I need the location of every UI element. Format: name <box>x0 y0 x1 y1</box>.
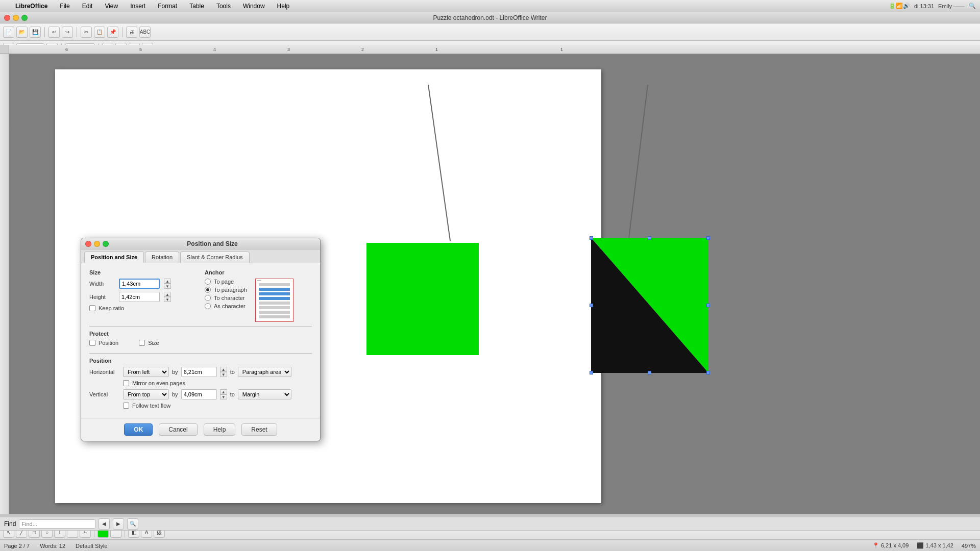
minimize-window-button[interactable] <box>13 15 19 21</box>
window-title: Puzzle octahedron.odt - LibreOffice Writ… <box>433 14 547 21</box>
menu-bar-search-icon[interactable]: 🔍 <box>969 3 976 9</box>
menu-insert[interactable]: Insert <box>127 2 149 11</box>
anchor-to-character-radio[interactable] <box>205 295 211 301</box>
horizontal-by-input[interactable] <box>181 367 217 377</box>
undo-button[interactable]: ↩ <box>48 27 60 38</box>
anchor-to-paragraph-radio[interactable] <box>205 287 211 293</box>
menu-view[interactable]: View <box>102 2 121 11</box>
find-next-button[interactable]: ▶ <box>113 518 124 530</box>
protect-position-checkbox[interactable] <box>89 340 95 346</box>
top-two-col: Size Width ▲ ▼ Height <box>89 269 312 322</box>
selection-handle-mr[interactable] <box>706 304 710 307</box>
new-button[interactable]: 📄 <box>3 27 14 38</box>
menu-format[interactable]: Format <box>155 2 180 11</box>
paste-button[interactable]: 📌 <box>107 27 118 38</box>
follow-text-checkbox[interactable] <box>123 403 129 409</box>
selection-handle-bl[interactable] <box>590 371 593 374</box>
width-down-button[interactable]: ▼ <box>164 284 171 289</box>
redo-button[interactable]: ↪ <box>62 27 73 38</box>
copy-button[interactable]: 📋 <box>94 27 105 38</box>
anchor-line-6 <box>259 306 290 309</box>
height-row: Height ▲ ▼ <box>89 292 197 302</box>
save-button[interactable]: 💾 <box>30 27 41 38</box>
selection-handle-tl[interactable] <box>590 236 593 240</box>
dialog-close-button[interactable] <box>85 241 91 247</box>
dialog-maximize-button[interactable] <box>103 241 109 247</box>
horizontal-to-select[interactable]: Paragraph area <box>238 367 291 377</box>
horizontal-spinner[interactable]: ▲ ▼ <box>220 367 227 377</box>
menu-libreoffice[interactable]: LibreOffice <box>12 2 51 11</box>
vertical-by-label: by <box>172 391 178 397</box>
mirror-checkbox[interactable] <box>123 380 129 386</box>
vertical-from-select[interactable]: From top <box>123 389 169 399</box>
help-button[interactable]: Help <box>204 423 236 436</box>
spellcheck-button[interactable]: ABC <box>139 27 151 38</box>
find-prev-button[interactable]: ◀ <box>99 518 110 530</box>
vertical-down-button[interactable]: ▼ <box>220 394 227 399</box>
canvas-area[interactable]: Position and Size Position and Size Rota… <box>9 54 980 514</box>
menu-help[interactable]: Help <box>274 2 293 11</box>
horizontal-from-select[interactable]: From left <box>123 367 169 377</box>
height-spinner[interactable]: ▲ ▼ <box>164 292 171 302</box>
position-section-label: Position <box>89 358 312 364</box>
ruler-horizontal: 6 5 4 3 2 1 1 <box>9 45 980 54</box>
anchor-line-4 <box>259 297 290 300</box>
menu-file[interactable]: File <box>57 2 72 11</box>
reset-button[interactable]: Reset <box>241 423 277 436</box>
menu-tools[interactable]: Tools <box>213 2 234 11</box>
tab-position-size[interactable]: Position and Size <box>84 252 144 263</box>
ruler-tick-5: 5 <box>139 47 142 52</box>
protect-size-label: Size <box>148 340 159 346</box>
tab-rotation[interactable]: Rotation <box>145 252 179 263</box>
ok-button[interactable]: OK <box>124 423 153 436</box>
vertical-to-select[interactable]: Margin <box>238 389 291 399</box>
cut-button[interactable]: ✂ <box>81 27 92 38</box>
selection-handle-br[interactable] <box>706 371 710 374</box>
find-input[interactable] <box>19 519 95 529</box>
cancel-button[interactable]: Cancel <box>159 423 197 436</box>
anchor-as-character-radio[interactable] <box>205 303 211 309</box>
maximize-window-button[interactable] <box>21 15 28 21</box>
anchor-line-1 <box>259 283 290 286</box>
height-up-button[interactable]: ▲ <box>164 292 171 297</box>
selection-handle-ml[interactable] <box>590 304 593 307</box>
tab-slant-corner[interactable]: Slant & Corner Radius <box>180 252 249 263</box>
selection-handle-tr[interactable] <box>706 236 710 240</box>
vertical-up-button[interactable]: ▲ <box>220 389 227 394</box>
menu-edit[interactable]: Edit <box>79 2 96 11</box>
window-titlebar: Puzzle octahedron.odt - LibreOffice Writ… <box>0 12 980 23</box>
width-label: Width <box>89 281 115 287</box>
width-spinner[interactable]: ▲ ▼ <box>164 279 171 289</box>
menu-window[interactable]: Window <box>240 2 268 11</box>
open-button[interactable]: 📂 <box>16 27 28 38</box>
vertical-label: Vertical <box>89 391 120 397</box>
anchor-to-page-radio[interactable] <box>205 279 211 285</box>
separator-3 <box>122 27 122 37</box>
dialog-content: Size Width ▲ ▼ Height <box>81 263 320 418</box>
height-label: Height <box>89 294 115 300</box>
anchor-to-paragraph-label: To paragraph <box>214 287 247 293</box>
horizontal-up-button[interactable]: ▲ <box>220 367 227 372</box>
shape-green-rect[interactable] <box>366 243 479 355</box>
shape-green-triangle-container[interactable] <box>591 238 708 373</box>
keep-ratio-checkbox[interactable] <box>89 305 95 311</box>
vertical-by-input[interactable] <box>181 389 217 399</box>
selection-handle-tm[interactable] <box>648 236 651 240</box>
horizontal-down-button[interactable]: ▼ <box>220 372 227 377</box>
width-up-button[interactable]: ▲ <box>164 279 171 284</box>
protect-size-checkbox[interactable] <box>139 340 145 346</box>
width-input[interactable] <box>119 279 160 289</box>
vertical-spinner[interactable]: ▲ ▼ <box>220 389 227 399</box>
print-button[interactable]: 🖨 <box>126 27 137 38</box>
shape-green-triangle-svg <box>591 238 708 373</box>
menu-bar-datetime: di 13:31 <box>914 3 934 9</box>
size-section-label: Size <box>89 269 197 276</box>
dialog-minimize-button[interactable] <box>94 241 100 247</box>
height-down-button[interactable]: ▼ <box>164 297 171 302</box>
height-input[interactable] <box>119 292 160 302</box>
selection-handle-bm[interactable] <box>648 371 651 374</box>
close-window-button[interactable] <box>4 15 10 21</box>
find-search-icon[interactable]: 🔍 <box>127 518 138 530</box>
window-traffic-lights <box>4 15 28 21</box>
menu-table[interactable]: Table <box>186 2 207 11</box>
